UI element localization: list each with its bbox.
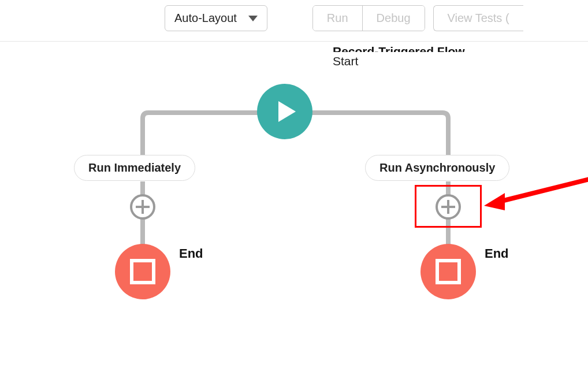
flow-canvas: Run Immediately Run Asynchronously End E…	[0, 0, 588, 371]
annotation-arrow-icon	[482, 175, 588, 221]
end-label-right: End	[485, 246, 509, 261]
svg-marker-4	[484, 193, 505, 210]
play-icon	[278, 101, 296, 122]
start-node[interactable]	[257, 84, 312, 139]
annotation-highlight-box	[415, 185, 482, 228]
stop-icon	[130, 259, 155, 284]
end-label-left: End	[179, 246, 203, 261]
stop-icon	[436, 259, 461, 284]
add-element-left[interactable]	[130, 194, 155, 220]
end-node-left[interactable]	[115, 244, 170, 299]
end-node-right[interactable]	[420, 244, 476, 299]
branch-label-run-immediately[interactable]: Run Immediately	[74, 155, 195, 181]
